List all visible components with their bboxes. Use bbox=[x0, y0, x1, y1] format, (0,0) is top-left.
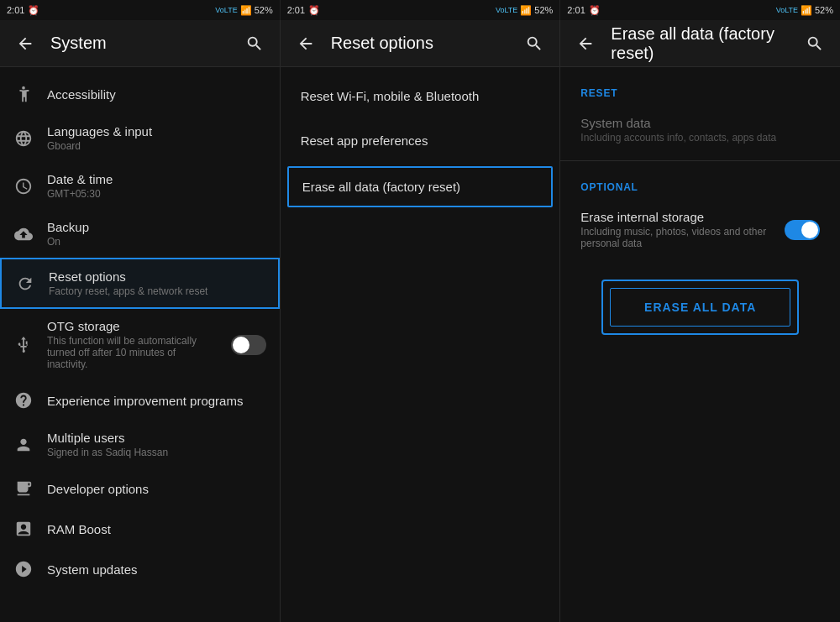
updates-icon bbox=[13, 559, 34, 579]
backup-item[interactable]: Backup On bbox=[0, 210, 280, 258]
status-bar-1: 2:01 ⏰ VoLTE 📶 52% bbox=[0, 0, 281, 20]
erase-all-data-button[interactable]: ERASE ALL DATA bbox=[610, 288, 790, 327]
users-subtitle: Signed in as Sadiq Hassan bbox=[47, 447, 266, 458]
alarm-icon-1: ⏰ bbox=[28, 5, 39, 16]
erase-btn-container: ERASE ALL DATA bbox=[560, 259, 840, 355]
updates-title: System updates bbox=[47, 562, 266, 577]
time-1: 2:01 bbox=[7, 5, 24, 15]
status-bar-3: 2:01 ⏰ VoLTE 📶 52% bbox=[560, 0, 840, 20]
ramboost-item[interactable]: RAM Boost bbox=[0, 509, 280, 549]
status-bars: 2:01 ⏰ VoLTE 📶 52% 2:01 ⏰ VoLTE 📶 52% 2:… bbox=[0, 0, 840, 20]
erase-btn-wrapper: ERASE ALL DATA bbox=[601, 280, 799, 335]
erase-storage-subtitle: Including music, photos, videos and othe… bbox=[580, 226, 785, 249]
battery-1: 52% bbox=[255, 5, 273, 15]
time-2: 2:01 bbox=[287, 5, 305, 15]
factory-reset-item[interactable]: Erase all data (factory reset) bbox=[287, 166, 554, 207]
accessibility-title: Accessibility bbox=[47, 87, 266, 102]
panel-erase: Erase all data (factory reset) RESET Sys… bbox=[560, 20, 840, 622]
reset-title: Reset options bbox=[331, 34, 510, 53]
alarm-icon-2: ⏰ bbox=[308, 5, 320, 16]
developer-title: Developer options bbox=[47, 482, 266, 496]
reset-subtitle: Factory reset, apps & network reset bbox=[49, 285, 265, 297]
optional-section-label: OPTIONAL bbox=[560, 168, 840, 200]
status-bar-2: 2:01 ⏰ VoLTE 📶 52% bbox=[281, 0, 561, 20]
experience-icon bbox=[13, 390, 34, 410]
erase-storage-item: Erase internal storage Including music, … bbox=[560, 200, 840, 259]
erase-search-button[interactable] bbox=[800, 29, 830, 59]
panels: System Accessibility Languages & input bbox=[0, 20, 840, 622]
wifi-reset-title: Reset Wi-Fi, mobile & Bluetooth bbox=[301, 89, 480, 103]
updates-item[interactable]: System updates bbox=[0, 549, 280, 589]
erase-back-button[interactable] bbox=[570, 29, 601, 59]
volte-icon-1: VoLTE bbox=[215, 6, 237, 14]
battery-2: 52% bbox=[534, 5, 553, 15]
erase-storage-toggle-thumb bbox=[801, 222, 818, 238]
alarm-icon-3: ⏰ bbox=[589, 5, 601, 16]
wifi-icon-3: 📶 bbox=[801, 5, 812, 16]
datetime-icon bbox=[13, 176, 34, 196]
datetime-item[interactable]: Date & time GMT+05:30 bbox=[0, 162, 280, 210]
datetime-title: Date & time bbox=[47, 172, 266, 186]
backup-title: Backup bbox=[47, 220, 266, 234]
reset-toolbar: Reset options bbox=[281, 20, 560, 67]
users-item[interactable]: Multiple users Signed in as Sadiq Hassan bbox=[0, 421, 280, 468]
experience-item[interactable]: Experience improvement programs bbox=[0, 380, 280, 421]
reset-back-button[interactable] bbox=[291, 29, 321, 59]
system-data-subtitle: Including accounts info, contacts, apps … bbox=[580, 132, 820, 144]
accessibility-icon bbox=[13, 84, 34, 104]
app-reset-title: Reset app preferences bbox=[301, 133, 428, 148]
ramboost-title: RAM Boost bbox=[47, 522, 266, 536]
system-toolbar: System bbox=[0, 20, 280, 67]
app-reset-item[interactable]: Reset app preferences bbox=[281, 118, 560, 163]
languages-subtitle: Gboard bbox=[47, 140, 266, 152]
erase-storage-toggle[interactable] bbox=[785, 220, 820, 240]
system-data-title: System data bbox=[580, 116, 820, 130]
wifi-icon-1: 📶 bbox=[240, 5, 252, 16]
erase-toolbar: Erase all data (factory reset) bbox=[560, 20, 840, 67]
developer-item[interactable]: Developer options bbox=[0, 468, 280, 509]
factory-reset-title: Erase all data (factory reset) bbox=[302, 180, 460, 194]
datetime-subtitle: GMT+05:30 bbox=[47, 188, 266, 200]
time-3: 2:01 bbox=[567, 5, 585, 15]
experience-title: Experience improvement programs bbox=[47, 394, 266, 408]
backup-subtitle: On bbox=[47, 236, 266, 248]
panel-reset: Reset options Reset Wi-Fi, mobile & Blue… bbox=[281, 20, 561, 622]
reset-icon bbox=[15, 274, 35, 294]
otg-toggle-thumb bbox=[233, 337, 249, 353]
reset-section-label: RESET bbox=[560, 74, 840, 106]
ramboost-icon bbox=[13, 519, 34, 539]
users-icon bbox=[13, 435, 34, 455]
languages-title: Languages & input bbox=[47, 124, 266, 139]
otg-toggle[interactable] bbox=[231, 335, 266, 355]
users-title: Multiple users bbox=[47, 431, 266, 445]
erase-content: RESET System data Including accounts inf… bbox=[560, 67, 840, 622]
erase-storage-title: Erase internal storage bbox=[580, 210, 785, 224]
section-divider bbox=[560, 160, 840, 161]
accessibility-item[interactable]: Accessibility bbox=[0, 74, 280, 114]
volte-icon-2: VoLTE bbox=[496, 6, 517, 14]
language-icon bbox=[13, 128, 34, 149]
panel-system: System Accessibility Languages & input bbox=[0, 20, 281, 622]
otg-title: OTG storage bbox=[47, 319, 218, 333]
system-data-item: System data Including accounts info, con… bbox=[560, 106, 840, 154]
wifi-reset-item[interactable]: Reset Wi-Fi, mobile & Bluetooth bbox=[281, 74, 560, 118]
otg-item[interactable]: OTG storage This function will be automa… bbox=[0, 309, 280, 380]
system-title: System bbox=[50, 34, 229, 53]
reset-search-button[interactable] bbox=[519, 29, 549, 59]
wifi-icon-2: 📶 bbox=[520, 5, 532, 16]
backup-icon bbox=[13, 224, 34, 244]
system-back-button[interactable] bbox=[10, 29, 40, 59]
volte-icon-3: VoLTE bbox=[776, 6, 798, 14]
reset-title: Reset options bbox=[49, 269, 265, 284]
developer-icon bbox=[13, 478, 34, 499]
reset-content: Reset Wi-Fi, mobile & Bluetooth Reset ap… bbox=[281, 67, 560, 622]
otg-subtitle: This function will be automatically turn… bbox=[47, 335, 218, 370]
battery-3: 52% bbox=[815, 5, 833, 15]
reset-item[interactable]: Reset options Factory reset, apps & netw… bbox=[0, 258, 280, 309]
system-search-button[interactable] bbox=[239, 29, 270, 59]
erase-title: Erase all data (factory reset) bbox=[611, 24, 790, 63]
languages-item[interactable]: Languages & input Gboard bbox=[0, 114, 280, 162]
otg-icon bbox=[13, 335, 34, 355]
system-content: Accessibility Languages & input Gboard D… bbox=[0, 67, 280, 622]
